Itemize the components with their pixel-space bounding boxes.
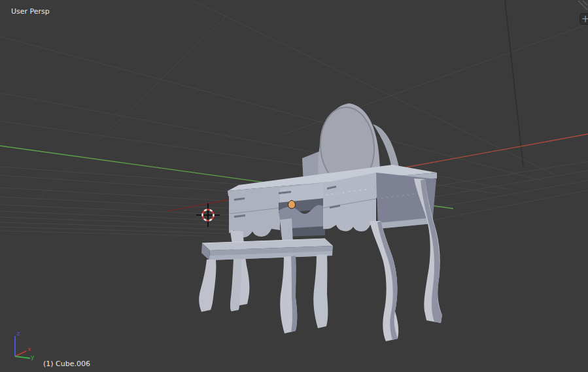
active-object-label: (1) Cube.006 (43, 360, 90, 368)
gizmo-x-label: x (27, 346, 31, 352)
gizmo-z-label: z (17, 330, 20, 337)
blender-3d-viewport[interactable]: User Persp (1) Cube.006 z x y + (0, 0, 588, 372)
origin-dot (288, 201, 296, 209)
gizmo-y-label: y (31, 354, 35, 360)
view-mode-label: User Persp (11, 7, 50, 16)
plus-icon: + (581, 13, 588, 25)
open-panel-plus-button[interactable]: + (580, 13, 588, 25)
